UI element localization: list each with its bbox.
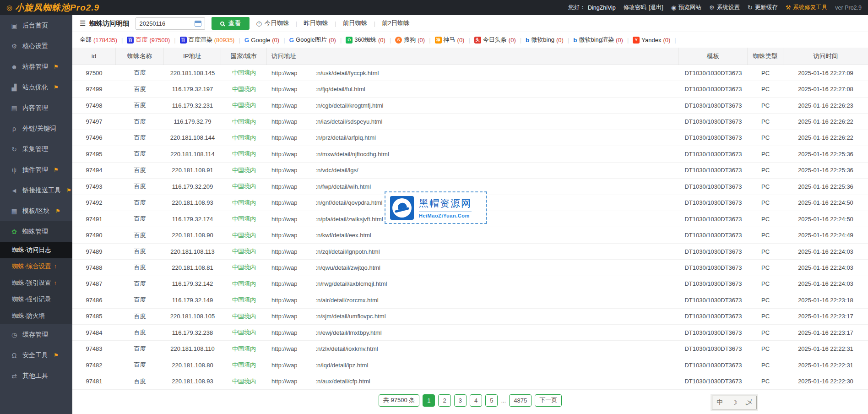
page-button-2[interactable]: 2 [438,394,450,407]
cell-url[interactable]: http://wap:n/fjq/detail/ful.html [267,85,679,93]
date-input[interactable] [139,20,192,27]
change-password-link[interactable]: 修改密码 [退出] [624,4,663,11]
cell-ip: 220.181.108.90 [164,232,221,239]
filter-count: (0) [378,37,385,44]
cell-url[interactable]: http://wap:n/vdc/detail/lgs/ [267,166,679,174]
filter-百度[interactable]: 百百度(97500) [127,36,170,44]
system-settings-link[interactable]: ⚙ 系统设置 [709,4,740,11]
sidebar-subitem-蜘蛛·强引记录[interactable]: 蜘蛛·强引记录 [0,291,72,308]
cell-id: 97482 [72,362,116,369]
page-button-last[interactable]: 4875 [509,394,532,407]
up-arrow-icon: ↑ [54,263,57,270]
sidebar-item-内容管理[interactable]: ▤内容管理 [0,98,72,118]
filter-全部[interactable]: 全部(178435) [80,36,117,44]
filter-count: (0) [663,37,670,44]
sidebar-item-站点优化[interactable]: ▟站点优化⚑ [0,77,72,98]
sidebar-subitem-蜘蛛·访问日志[interactable]: 蜘蛛·访问日志 [0,242,72,258]
cell-url[interactable]: http://wap:n/rwg/detail/axblcmqjl.html [267,280,679,288]
sidebar-item-蜘蛛管理[interactable]: ✿蜘蛛管理 [0,221,72,242]
cell-url[interactable]: http://wap:n/zlx/detail/ioxkmv.html [267,345,679,353]
page-button-4[interactable]: 4 [470,394,482,407]
url-suffix: :n/fjq/detail/ful.html [315,86,365,93]
filter-Google[interactable]: GGoogle(0) [244,37,279,44]
today-spider-link[interactable]: ◷ 今日蜘蛛 [256,19,289,27]
cell-url[interactable]: http://wap:n/cgb/detail/krogtmfj.html [267,101,679,109]
sidebar-item-缓存管理[interactable]: ◷缓存管理 [0,324,72,345]
filter-微软bing渲染[interactable]: b微软bing渲染(0) [573,36,623,44]
toolbar-link-前2日蜘蛛[interactable]: 前2日蜘蛛 [382,19,410,27]
page-button-5[interactable]: 5 [485,394,498,407]
sidebar-item-站群管理[interactable]: ☻站群管理⚑ [0,56,72,77]
filter-神马[interactable]: 神神马(0) [435,36,465,44]
cell-spider-type: PC [748,297,783,304]
pin-icon: ⚑ [54,64,59,70]
country-label: 中国境内 [232,134,256,142]
censored-url-segment [297,247,315,256]
cell-url[interactable]: http://wap:n/ewj/detail/lmxtbpy.html [267,328,679,337]
sidebar-item-模板/区块[interactable]: ▦模板/区块⚑ [0,201,72,221]
cell-spider-name: 百度 [116,134,164,142]
toolbar-link-昨日蜘蛛[interactable]: 昨日蜘蛛 [304,19,328,27]
sidebar-item-外链/关键词[interactable]: ρ外链/关键词 [0,118,72,139]
cell-url[interactable]: http://wap:n/mxw/detail/njftocdhg.html [267,150,679,158]
cell-template: DT1030/1030DT3673 [679,248,748,255]
sidebar-item-后台首页[interactable]: ▣后台首页 [0,15,72,36]
cell-ip: 220.181.108.144 [164,134,221,141]
sidebar-subitem-蜘蛛·综合设置[interactable]: 蜘蛛·综合设置↑ [0,258,72,275]
next-page-button[interactable]: 下一页 [535,394,562,407]
cell-url[interactable]: http://wap:n/fwp/detail/wih.html [267,182,679,191]
shuffle-icon: ⇄ [11,372,18,380]
ime-punctuation-icon[interactable]: 乄 [746,398,752,407]
cell-url[interactable]: http://wap:n/qwu/detail/zwjtqo.html [267,263,679,272]
repair-tool-link[interactable]: ⚒ 系统修复工具 [786,4,828,11]
view-button[interactable]: 查看 [212,17,250,30]
ime-language-icon[interactable]: 中 [716,398,723,407]
filter-Google图片[interactable]: GGoogle图片(0) [289,36,336,44]
url-prefix: http://wap [271,151,297,158]
sidebar-item-核心设置[interactable]: ⚙核心设置 [0,36,72,56]
plug-icon: ψ [11,166,18,174]
cell-spider-name: 百度 [116,247,164,256]
ime-mode-icon[interactable]: ☽ [732,399,738,406]
sidebar-item-采集管理[interactable]: ↻采集管理 [0,139,72,159]
preview-site-link[interactable]: ◉ 预览网站 [671,4,701,11]
sidebar-item-链接推送工具[interactable]: ◄链接推送工具⚑ [0,180,72,201]
sidebar-item-安全工具[interactable]: Ω安全工具⚑ [0,345,72,365]
cell-url[interactable]: http://wap:n/prz/detail/arfplq.html [267,134,679,142]
cell-url[interactable]: http://wap:n/usk/detail/fyccpk.html [267,69,679,77]
cell-url[interactable]: http://wap:n/sjm/detail/umfiovpc.html [267,312,679,321]
cell-url[interactable]: http://wap:n/aux/detail/cfp.html [267,377,679,386]
cell-url[interactable]: http://wap:n/kwf/detail/eex.html [267,231,679,240]
update-cache-link[interactable]: ↻ 更新缓存 [748,4,778,11]
cell-ip: 220.181.108.110 [164,345,221,352]
page-button-1[interactable]: 1 [423,394,435,407]
toolbar-link-前日蜘蛛[interactable]: 前日蜘蛛 [342,19,367,27]
logout-link[interactable]: [退出] [649,4,663,11]
cell-url[interactable]: http://wap:n/ias/detail/sdspeyu.html [267,118,679,126]
filter-搜狗[interactable]: S搜狗(0) [395,36,425,44]
refresh-icon: ↻ [11,146,18,153]
cell-url[interactable]: http://wap:n/iqd/detail/ipz.html [267,361,679,369]
cell-id: 97489 [72,248,116,255]
sidebar-subitem-蜘蛛·防火墙[interactable]: 蜘蛛·防火墙 [0,308,72,324]
sidebar-item-插件管理[interactable]: ψ插件管理⚑ [0,159,72,180]
sidebar-item-其他工具[interactable]: ⇄其他工具 [0,365,72,386]
country-label: 中国境内 [232,247,256,256]
cell-url[interactable]: http://wap:n/air/detail/zorcmx.html [267,296,679,304]
cell-ip: 220.181.108.145 [164,70,221,76]
country-label: 中国境内 [232,101,256,109]
sidebar-subitem-蜘蛛·强引设置[interactable]: 蜘蛛·强引设置↑ [0,275,72,291]
filter-Yandex[interactable]: YYandex(0) [633,37,670,44]
cell-url[interactable]: http://wap:n/zql/detail/lgnpotn.html [267,247,679,256]
table-row: 97487百度116.179.32.142中国境内http://wap:n/rw… [72,276,868,292]
filter-今日头条[interactable]: 头今日头条(0) [474,36,516,44]
filter-360蜘蛛[interactable]: O360蜘蛛(0) [346,36,385,44]
separator: | [174,37,175,44]
filter-微软bing[interactable]: b微软bing(0) [526,36,564,44]
country-label: 中国境内 [232,85,256,93]
filter-百度渲染[interactable]: 百百度渲染(80935) [180,36,235,44]
censored-url-segment [297,296,315,304]
cell-spider-type: PC [748,345,783,352]
calendar-icon[interactable] [195,21,201,27]
page-button-3[interactable]: 3 [454,394,467,407]
